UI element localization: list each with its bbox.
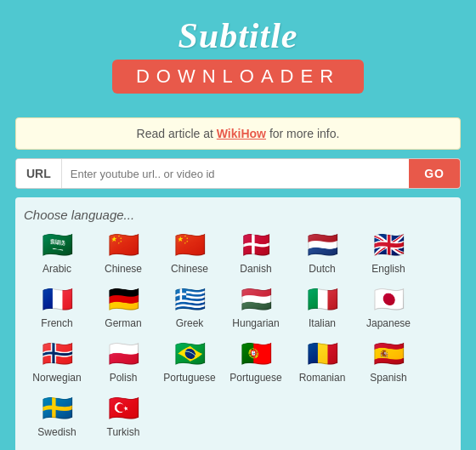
flag-icon-french-6: 🇫🇷 xyxy=(37,285,76,314)
language-name-english-5: English xyxy=(371,263,405,275)
language-name-italian-10: Italian xyxy=(309,317,336,329)
language-name-turkish-19: Turkish xyxy=(107,426,140,438)
language-name-portuguese-14: Portuguese xyxy=(163,372,215,384)
flag-icon-portuguese-15: 🇵🇹 xyxy=(236,339,275,368)
language-name-polish-13: Polish xyxy=(110,372,138,384)
info-text-after: for more info. xyxy=(266,127,339,140)
language-item-italian-10[interactable]: 🇮🇹Italian xyxy=(289,285,355,329)
language-item-german-7[interactable]: 🇩🇪German xyxy=(90,285,156,329)
language-item-chinese-1[interactable]: 🇨🇳Chinese xyxy=(90,231,156,275)
wikihow-link[interactable]: WikiHow xyxy=(217,127,266,140)
language-item-romanian-16[interactable]: 🇷🇴Romanian xyxy=(289,339,355,384)
language-name-dutch-4: Dutch xyxy=(309,263,335,275)
flag-icon-danish-3: 🇩🇰 xyxy=(236,231,275,259)
url-label: URL xyxy=(16,159,62,188)
url-bar: URL Go xyxy=(15,158,461,189)
language-name-spanish-17: Spanish xyxy=(370,372,406,384)
language-name-danish-3: Danish xyxy=(240,263,271,275)
language-name-greek-8: Greek xyxy=(176,317,204,329)
language-item-spanish-17[interactable]: 🇪🇸Spanish xyxy=(355,339,422,384)
go-button[interactable]: Go xyxy=(409,159,460,188)
flag-icon-chinese-1: 🇨🇳 xyxy=(104,231,143,259)
language-item-arabic-0[interactable]: 🇸🇦Arabic xyxy=(24,231,90,275)
language-item-portuguese-14[interactable]: 🇧🇷Portuguese xyxy=(156,339,223,384)
flag-icon-portuguese-14: 🇧🇷 xyxy=(170,339,209,368)
language-item-hungarian-9[interactable]: 🇭🇺Hungarian xyxy=(223,285,289,329)
language-item-japanese-11[interactable]: 🇯🇵Japanese xyxy=(355,285,422,329)
info-text-before: Read article at xyxy=(137,127,217,140)
language-item-chinese-2[interactable]: 🇨🇳Chinese xyxy=(156,231,223,275)
app-title-main-wrap: Downloader xyxy=(112,60,364,94)
language-item-english-5[interactable]: 🇬🇧English xyxy=(355,231,422,275)
language-name-norwegian-12: Norwegian xyxy=(32,372,81,384)
language-item-french-6[interactable]: 🇫🇷French xyxy=(24,285,90,329)
language-name-swedish-18: Swedish xyxy=(37,426,76,438)
language-section: Choose language... 🇸🇦Arabic🇨🇳Chinese🇨🇳Ch… xyxy=(15,197,461,450)
language-name-japanese-11: Japanese xyxy=(366,317,411,329)
language-item-polish-13[interactable]: 🇵🇱Polish xyxy=(90,339,156,384)
flag-icon-spanish-17: 🇪🇸 xyxy=(369,339,408,368)
language-item-portuguese-15[interactable]: 🇵🇹Portuguese xyxy=(223,339,289,384)
flag-icon-italian-10: 🇮🇹 xyxy=(303,285,342,314)
flag-icon-japanese-11: 🇯🇵 xyxy=(369,285,408,314)
flag-icon-chinese-2: 🇨🇳 xyxy=(170,231,209,259)
language-item-dutch-4[interactable]: 🇳🇱Dutch xyxy=(289,231,355,275)
language-name-french-6: French xyxy=(41,317,72,329)
flag-icon-romanian-16: 🇷🇴 xyxy=(303,339,342,368)
flag-icon-turkish-19: 🇹🇷 xyxy=(104,394,143,423)
language-item-greek-8[interactable]: 🇬🇷Greek xyxy=(156,285,223,329)
language-name-hungarian-9: Hungarian xyxy=(232,317,279,329)
flag-icon-german-7: 🇩🇪 xyxy=(104,285,143,314)
language-item-danish-3[interactable]: 🇩🇰Danish xyxy=(223,231,289,275)
flag-icon-swedish-18: 🇸🇪 xyxy=(37,394,76,423)
language-item-swedish-18[interactable]: 🇸🇪Swedish xyxy=(24,394,90,438)
flag-icon-polish-13: 🇵🇱 xyxy=(104,339,143,368)
app-container: Subtitle Downloader Read article at Wiki… xyxy=(0,0,476,450)
flag-icon-greek-8: 🇬🇷 xyxy=(170,285,209,314)
language-name-chinese-2: Chinese xyxy=(171,263,208,275)
app-title-main: Downloader xyxy=(136,66,340,88)
flag-icon-norwegian-12: 🇳🇴 xyxy=(37,339,76,368)
language-name-romanian-16: Romanian xyxy=(299,372,346,384)
flag-icon-arabic-0: 🇸🇦 xyxy=(37,231,76,259)
flag-icon-english-5: 🇬🇧 xyxy=(369,231,408,259)
app-title-italic: Subtitle xyxy=(0,15,476,56)
header: Subtitle Downloader xyxy=(0,0,476,102)
language-heading: Choose language... xyxy=(24,208,452,222)
info-bar: Read article at WikiHow for more info. xyxy=(15,117,461,150)
language-name-arabic-0: Arabic xyxy=(42,263,71,275)
language-item-norwegian-12[interactable]: 🇳🇴Norwegian xyxy=(24,339,90,384)
language-name-german-7: German xyxy=(105,317,141,329)
language-name-chinese-1: Chinese xyxy=(105,263,142,275)
url-input[interactable] xyxy=(62,160,409,188)
flag-icon-dutch-4: 🇳🇱 xyxy=(303,231,342,259)
language-grid: 🇸🇦Arabic🇨🇳Chinese🇨🇳Chinese🇩🇰Danish🇳🇱Dutc… xyxy=(24,231,452,448)
flag-icon-hungarian-9: 🇭🇺 xyxy=(236,285,275,314)
language-name-portuguese-15: Portuguese xyxy=(230,372,281,384)
language-item-turkish-19[interactable]: 🇹🇷Turkish xyxy=(90,394,156,438)
